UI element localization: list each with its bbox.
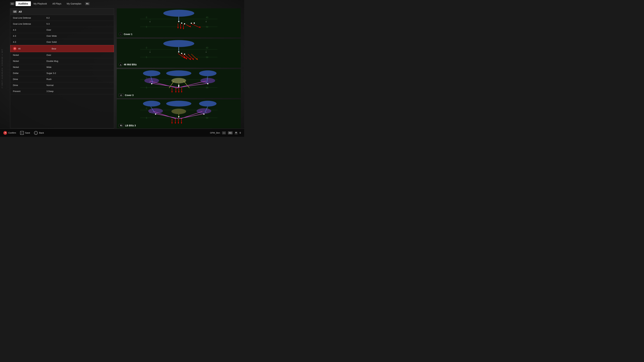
svg-point-66 — [144, 78, 159, 83]
play-card-46midblitz[interactable]: 0 40 5 50 x x × × × — [117, 39, 241, 68]
svg-point-103 — [148, 108, 163, 114]
play-name-label: Sugar 3-2 — [46, 72, 111, 74]
list-item[interactable]: NickelDouble Mug — [10, 58, 114, 64]
play-card-cover3[interactable]: 0 40 5 50 × — [117, 69, 241, 98]
svg-point-64 — [166, 70, 191, 76]
svg-text:×: × — [150, 81, 150, 83]
play-list-header: L2 All — [10, 8, 114, 15]
list-item[interactable]: NickelWide — [10, 64, 114, 70]
play-name-label: Bear — [52, 47, 111, 50]
list-item[interactable]: 4-3Over Solid — [10, 39, 114, 45]
circle-button-icon: ○ — [34, 131, 38, 135]
list-item[interactable]: DimeNormal — [10, 82, 114, 88]
play-list-panel: L2 All Goal Line Defense6-2Goal Line Def… — [10, 8, 114, 128]
save-action[interactable]: ≡ Save — [20, 131, 30, 135]
l2-badge: L2 — [13, 10, 17, 13]
cover3-badge: L1 — [119, 94, 124, 97]
svg-text:x: x — [206, 49, 206, 51]
formation-label: 4-3 — [13, 41, 46, 43]
tab-my-gameplan[interactable]: My Gameplan — [64, 1, 84, 6]
svg-text:×: × — [206, 81, 206, 83]
svg-text:40: 40 — [206, 46, 208, 49]
side-label: // EDIT AUDIBLES: CHOOSE A SET — [1, 49, 3, 88]
list-item[interactable]: NickelOver — [10, 52, 114, 58]
formation-label: Goal Line Defense — [13, 23, 46, 25]
confirm-action[interactable]: ✕ Confirm — [3, 131, 16, 135]
play-name-label: Over Wide — [46, 35, 111, 37]
list-item[interactable]: Prevent3 Deep — [10, 88, 114, 94]
formation-label: Dime — [13, 78, 46, 80]
formation-label: Dollar — [13, 72, 46, 74]
controller-icon: □ — [222, 131, 226, 134]
svg-text:x: x — [206, 19, 206, 21]
formation-label: Nickel — [13, 60, 46, 62]
svg-text:0: 0 — [146, 16, 147, 18]
x-button-icon: ✕ — [3, 131, 7, 135]
svg-text:50: 50 — [206, 86, 208, 89]
svg-point-127 — [235, 132, 236, 133]
people-icon — [234, 131, 238, 134]
play-name-label: Over — [46, 29, 111, 31]
svg-text:0: 0 — [146, 107, 147, 110]
svg-point-100 — [143, 101, 160, 107]
svg-point-15 — [181, 22, 182, 24]
bottom-right: OPM_Ben □ R3 0 — [210, 131, 241, 134]
tab-all-plays[interactable]: All Plays — [50, 1, 64, 6]
username: OPM_Ben — [210, 132, 220, 134]
46midblitz-badge: △ — [119, 63, 122, 66]
svg-text:×: × — [178, 21, 179, 23]
play-card-cover1[interactable]: 0 40 5 50 x x × × × — [117, 8, 241, 37]
x-icon: ✕ — [13, 47, 16, 50]
list-item[interactable]: Goal Line Defense5-3 — [10, 21, 114, 27]
svg-text:×: × — [178, 117, 179, 118]
tab-my-playbook[interactable]: My Playbook — [31, 1, 50, 6]
list-item[interactable]: Goal Line Defense6-2 — [10, 15, 114, 21]
svg-point-102 — [199, 101, 216, 107]
l1-badge: L1 — [10, 2, 14, 5]
svg-point-74 — [207, 83, 208, 84]
play-name-label: Rush — [46, 78, 111, 80]
svg-text:×: × — [150, 21, 150, 23]
save-label: Save — [25, 132, 30, 134]
confirm-label: Confirm — [8, 132, 16, 134]
formation-label: 4-3 — [13, 35, 46, 37]
list-item[interactable]: DollarSugar 3-2 — [10, 70, 114, 76]
square-button-icon: ≡ — [20, 131, 24, 135]
svg-point-63 — [143, 70, 160, 76]
svg-text:50: 50 — [206, 56, 208, 58]
r1-badge: R1 — [85, 2, 90, 5]
svg-point-111 — [203, 113, 204, 115]
svg-point-65 — [199, 70, 216, 76]
svg-text:x: x — [150, 49, 150, 51]
list-item[interactable]: DimeRush — [10, 76, 114, 82]
svg-text:40: 40 — [206, 16, 208, 18]
svg-text:x: x — [150, 19, 150, 21]
svg-point-28 — [194, 22, 195, 24]
main-content: L2 All Goal Line Defense6-2Goal Line Def… — [10, 8, 241, 128]
formation-label: Prevent — [13, 90, 46, 92]
svg-text:×: × — [206, 51, 206, 53]
svg-point-73 — [178, 85, 180, 86]
46midblitz-name: 46 Mid Blitz — [124, 63, 137, 66]
play-name-label: Over Solid — [46, 41, 111, 43]
play-list-items: Goal Line Defense6-2Goal Line Defense5-3… — [10, 15, 114, 94]
svg-point-68 — [200, 78, 215, 83]
list-item[interactable]: 4-3Over — [10, 27, 114, 33]
tab-audibles[interactable]: Audibles — [16, 1, 31, 6]
formation-label: Goal Line Defense — [13, 16, 46, 19]
cover3-name: Cover 3 — [125, 94, 134, 96]
play-preview-panel: 0 40 5 50 x x × × × — [117, 8, 241, 128]
lblitz3-badge: R1 — [119, 124, 124, 127]
formation-label: Dime — [13, 84, 46, 86]
svg-point-72 — [151, 83, 152, 84]
r3-badge: R3 — [228, 131, 232, 134]
list-item[interactable]: ✕46Bear — [10, 45, 114, 52]
svg-point-105 — [196, 108, 211, 114]
cover3-label: L1 Cover 3 — [119, 94, 134, 97]
back-action[interactable]: ○ Back — [34, 131, 44, 135]
play-card-lblitz3[interactable]: 0 40 5 50 × — [117, 99, 241, 128]
svg-point-67 — [172, 78, 186, 83]
list-item[interactable]: 4-3Over Wide — [10, 33, 114, 39]
svg-text:×: × — [150, 112, 150, 113]
svg-point-128 — [236, 132, 237, 133]
